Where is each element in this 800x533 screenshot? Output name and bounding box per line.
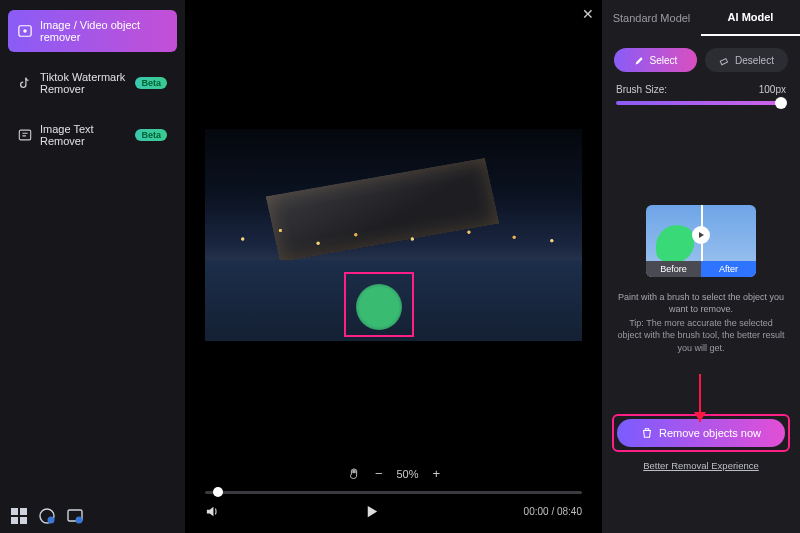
svg-rect-3 bbox=[11, 508, 18, 515]
svg-rect-4 bbox=[20, 508, 27, 515]
brush-size-value: 100px bbox=[759, 84, 786, 95]
selection-highlight-box bbox=[344, 272, 414, 337]
taskbar bbox=[10, 507, 84, 525]
tab-standard-model[interactable]: Standard Model bbox=[602, 0, 701, 36]
deselect-label: Deselect bbox=[735, 55, 774, 66]
zoom-value: 50% bbox=[396, 468, 418, 480]
hand-tool-icon[interactable] bbox=[347, 467, 361, 481]
close-icon[interactable]: ✕ bbox=[582, 6, 594, 22]
video-frame bbox=[205, 129, 582, 341]
play-button[interactable] bbox=[364, 504, 379, 519]
sidebar: Image / Video object remover Tiktok Wate… bbox=[0, 0, 185, 533]
eraser-icon bbox=[719, 55, 730, 66]
video-viewport[interactable] bbox=[185, 0, 602, 450]
tool-tiktok-remover[interactable]: Tiktok Watermark Remover Beta bbox=[8, 62, 177, 104]
playback-controls: 00:00 / 08:40 bbox=[185, 494, 602, 533]
before-label: Before bbox=[646, 261, 701, 277]
tool-text-remover[interactable]: Image Text Remover Beta bbox=[8, 114, 177, 156]
deselect-button[interactable]: Deselect bbox=[705, 48, 788, 72]
svg-rect-6 bbox=[20, 517, 27, 524]
tiktok-icon bbox=[18, 76, 32, 90]
tab-ai-model[interactable]: AI Model bbox=[701, 0, 800, 36]
better-removal-link[interactable]: Better Removal Experience bbox=[602, 456, 800, 471]
cta-highlight-box: Remove objects now bbox=[612, 414, 790, 452]
brush-size-slider[interactable] bbox=[616, 101, 786, 105]
object-remover-icon bbox=[18, 24, 32, 38]
taskbar-app-icon[interactable] bbox=[66, 507, 84, 525]
zoom-out-button[interactable]: − bbox=[375, 466, 383, 481]
timeline-thumb[interactable] bbox=[213, 487, 223, 497]
slider-thumb[interactable] bbox=[775, 97, 787, 109]
tool-label: Tiktok Watermark Remover bbox=[40, 71, 127, 95]
svg-point-1 bbox=[23, 29, 27, 33]
right-panel: Standard Model AI Model Select Deselect … bbox=[602, 0, 800, 533]
after-label: After bbox=[701, 261, 756, 277]
tool-label: Image / Video object remover bbox=[40, 19, 167, 43]
text-remover-icon bbox=[18, 128, 32, 142]
beta-badge: Beta bbox=[135, 129, 167, 141]
svg-rect-2 bbox=[19, 130, 30, 140]
taskbar-app-icon[interactable] bbox=[38, 507, 56, 525]
remove-objects-button[interactable]: Remove objects now bbox=[617, 419, 785, 447]
before-after-preview[interactable]: Before After bbox=[646, 205, 756, 277]
time-display: 00:00 / 08:40 bbox=[524, 506, 582, 517]
preview-panel: ✕ − 50% + 00:00 / 08:40 bbox=[185, 0, 602, 533]
windows-start-icon[interactable] bbox=[10, 507, 28, 525]
hint-tip: Tip: The more accurate the selected obje… bbox=[602, 317, 800, 353]
timeline[interactable] bbox=[185, 491, 602, 494]
brush-icon bbox=[634, 55, 645, 66]
tool-object-remover[interactable]: Image / Video object remover bbox=[8, 10, 177, 52]
svg-rect-5 bbox=[11, 517, 18, 524]
select-button[interactable]: Select bbox=[614, 48, 697, 72]
zoom-in-button[interactable]: + bbox=[433, 466, 441, 481]
hint-text: Paint with a brush to select the object … bbox=[602, 285, 800, 317]
beta-badge: Beta bbox=[135, 77, 167, 89]
svg-rect-11 bbox=[720, 58, 727, 64]
svg-point-10 bbox=[76, 517, 83, 524]
model-tabs: Standard Model AI Model bbox=[602, 0, 800, 36]
cta-label: Remove objects now bbox=[659, 427, 761, 439]
volume-icon[interactable] bbox=[205, 504, 220, 519]
select-label: Select bbox=[650, 55, 678, 66]
brush-size-label: Brush Size: bbox=[616, 84, 667, 95]
brush-size-row: Brush Size: 100px bbox=[602, 80, 800, 97]
play-preview-icon[interactable] bbox=[692, 226, 710, 244]
remove-icon bbox=[641, 427, 653, 439]
tool-label: Image Text Remover bbox=[40, 123, 127, 147]
zoom-controls: − 50% + bbox=[185, 450, 602, 491]
select-mode-row: Select Deselect bbox=[602, 36, 800, 80]
svg-point-8 bbox=[48, 517, 55, 524]
